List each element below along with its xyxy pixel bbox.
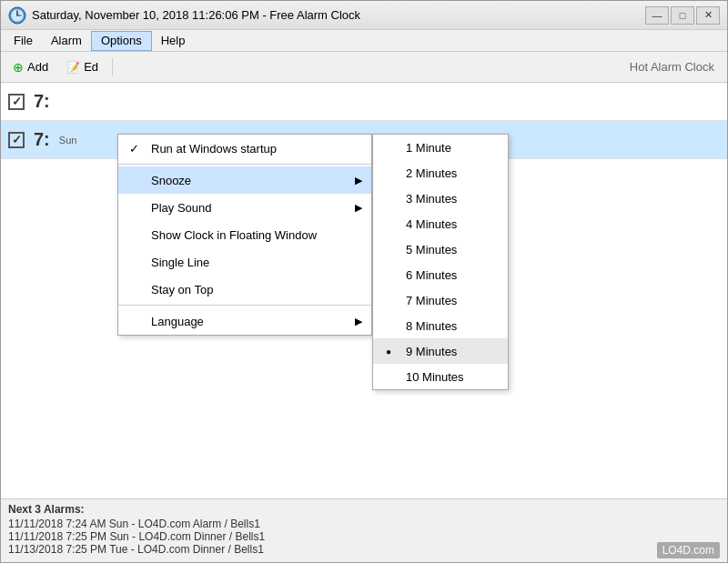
status-bar: Next 3 Alarms: 11/11/2018 7:24 AM Sun - … xyxy=(1,498,727,562)
options-menu: ✓ Run at Windows startup Snooze ▶ Play S… xyxy=(117,134,372,336)
menu-bar: File Alarm Options Help xyxy=(1,30,727,52)
menu-item-play-sound[interactable]: Play Sound ▶ xyxy=(118,194,371,221)
menu-item-run-startup[interactable]: ✓ Run at Windows startup xyxy=(118,135,371,162)
menu-separator-1 xyxy=(118,164,371,165)
menu-file[interactable]: File xyxy=(5,31,42,51)
menu-item-language[interactable]: Language ▶ xyxy=(118,307,371,335)
alarm-time-1: 7: xyxy=(34,91,50,112)
snooze-10min[interactable]: 10 Minutes xyxy=(373,364,508,389)
edit-button[interactable]: 📝 Ed xyxy=(58,55,106,80)
app-icon xyxy=(8,6,26,25)
window-title: Saturday, November 10, 2018 11:26:06 PM … xyxy=(32,8,645,22)
submenu-arrow-icon: ▶ xyxy=(355,316,362,327)
close-button[interactable]: ✕ xyxy=(696,6,720,25)
menu-item-show-clock[interactable]: Show Clock in Floating Window xyxy=(118,221,371,248)
watermark: LO4D.com xyxy=(657,542,720,558)
menu-separator-2 xyxy=(118,305,371,306)
snooze-9min[interactable]: ● 9 Minutes xyxy=(373,338,508,364)
maximize-button[interactable]: □ xyxy=(671,6,694,25)
alarm-checkbox-2[interactable] xyxy=(8,132,25,148)
alarm-row[interactable]: 7: xyxy=(1,83,727,121)
next-alarm-2: 11/11/2018 7:25 PM Sun - LO4D.com Dinner… xyxy=(8,530,720,543)
menu-item-snooze[interactable]: Snooze ▶ xyxy=(118,166,371,194)
menu-options[interactable]: Options xyxy=(91,31,152,51)
title-bar: Saturday, November 10, 2018 11:26:06 PM … xyxy=(1,1,727,30)
main-content: 7: 7: Sun Next 3 Alarms: 11/11/2018 7:24… xyxy=(1,83,727,562)
snooze-5min[interactable]: 5 Minutes xyxy=(373,236,508,262)
snooze-submenu: 1 Minute 2 Minutes 3 Minutes 4 Minutes 5… xyxy=(372,134,509,390)
alarm-time-2: 7: xyxy=(34,129,50,150)
next-alarms-title: Next 3 Alarms: xyxy=(8,503,720,516)
alarm-checkbox-1[interactable] xyxy=(8,94,25,110)
hot-alarm-label: Hot Alarm Clock xyxy=(630,60,723,74)
submenu-arrow-icon: ▶ xyxy=(355,175,362,186)
menu-item-single-line[interactable]: Single Line xyxy=(118,248,371,276)
add-icon: ⊕ xyxy=(13,60,24,75)
menu-help[interactable]: Help xyxy=(152,31,195,51)
window-controls: — □ ✕ xyxy=(645,6,720,25)
snooze-1min[interactable]: 1 Minute xyxy=(373,135,508,160)
snooze-3min[interactable]: 3 Minutes xyxy=(373,186,508,211)
snooze-7min[interactable]: 7 Minutes xyxy=(373,287,508,313)
main-window: Saturday, November 10, 2018 11:26:06 PM … xyxy=(0,0,728,563)
snooze-2min[interactable]: 2 Minutes xyxy=(373,160,508,186)
toolbar: ⊕ Add 📝 Ed Hot Alarm Clock xyxy=(1,52,727,83)
menu-alarm[interactable]: Alarm xyxy=(42,31,91,51)
alarm-info-2: Sun xyxy=(59,135,77,146)
check-icon: ✓ xyxy=(129,142,139,156)
toolbar-separator xyxy=(112,58,113,76)
snooze-6min[interactable]: 6 Minutes xyxy=(373,262,508,287)
next-alarm-1: 11/11/2018 7:24 AM Sun - LO4D.com Alarm … xyxy=(8,518,720,530)
next-alarm-3: 11/13/2018 7:25 PM Tue - LO4D.com Dinner… xyxy=(8,543,720,556)
minimize-button[interactable]: — xyxy=(645,6,669,25)
selected-bullet-icon: ● xyxy=(386,347,391,357)
snooze-4min[interactable]: 4 Minutes xyxy=(373,211,508,236)
edit-icon: 📝 xyxy=(66,61,80,74)
menu-item-stay-on-top[interactable]: Stay on Top xyxy=(118,276,371,303)
add-button[interactable]: ⊕ Add xyxy=(5,55,56,80)
snooze-8min[interactable]: 8 Minutes xyxy=(373,313,508,338)
submenu-arrow-icon: ▶ xyxy=(355,202,362,214)
